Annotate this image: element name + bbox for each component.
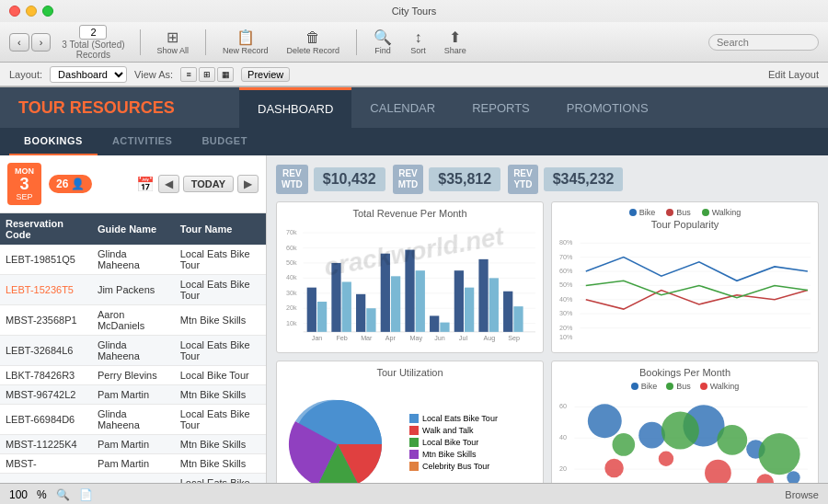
view-as-label: View As: [134, 69, 173, 80]
new-record-button[interactable]: 📋 New Record [217, 27, 274, 57]
table-row[interactable]: MBST- Pam Martin Mtn Bike Skills [0, 454, 266, 474]
svg-text:30k: 30k [286, 290, 297, 297]
svg-text:10%: 10% [559, 334, 573, 341]
delete-record-button[interactable]: 🗑 Delete Record [282, 28, 346, 57]
svg-point-73 [717, 425, 747, 455]
tab-calendar[interactable]: CALENDAR [351, 87, 454, 128]
month-name: SEP [15, 192, 34, 201]
edit-layout-button[interactable]: Edit Layout [768, 69, 819, 80]
svg-text:40: 40 [559, 434, 567, 441]
svg-text:30%: 30% [559, 310, 573, 317]
records-label: Records [76, 50, 110, 60]
util-label-3: Local Bike Tour [422, 438, 478, 447]
date-controls: 📅 ◀ TODAY ▶ [136, 175, 259, 193]
share-button[interactable]: ⬆ Share [439, 27, 472, 57]
booking-code: LEBT-19851Q5 [0, 245, 92, 275]
next-date-button[interactable]: ▶ [237, 175, 259, 193]
svg-point-77 [705, 460, 731, 483]
svg-rect-18 [342, 281, 351, 331]
calendar-icon[interactable]: 📅 [136, 176, 155, 193]
svg-text:60%: 60% [559, 268, 573, 275]
records-input[interactable] [79, 25, 107, 40]
legend-walking-label: Walking [712, 208, 742, 217]
layout-select[interactable]: Dashboard [50, 66, 127, 83]
find-button[interactable]: 🔍 Find [368, 27, 397, 57]
booking-guide: Jim Packens [92, 474, 175, 484]
booking-guide: Glinda Maheena [92, 336, 175, 366]
tab-reports[interactable]: REPORTS [454, 87, 548, 128]
grid-view-icon[interactable]: ▦ [217, 67, 234, 82]
booking-tour: Local Eats Bike Tour [175, 405, 266, 435]
table-row[interactable]: LEBT-15236T5 Jim Packens Local Eats Bike… [0, 275, 266, 305]
svg-rect-21 [381, 254, 390, 332]
table-row[interactable]: LEBT-66984D6 Glinda Maheena Local Eats B… [0, 405, 266, 435]
page-icon: 📄 [79, 488, 93, 501]
bookings-dot-walking [700, 383, 707, 390]
day-number: 3 [15, 176, 34, 192]
table-row[interactable]: LEBT-32684L6 Glinda Maheena Local Eats B… [0, 336, 266, 366]
utilization-legend: Local Eats Bike Tour Walk and Talk Local… [409, 414, 498, 474]
tab-promotions[interactable]: PROMOTIONS [548, 87, 667, 128]
sub-tab-activities[interactable]: ACTIVITIES [98, 128, 188, 155]
svg-rect-22 [391, 276, 400, 332]
date-box: MON 3 SEP [7, 163, 41, 205]
close-button[interactable] [9, 6, 20, 17]
svg-text:Jul: Jul [459, 335, 468, 342]
bookings-legend-bus: Bus [666, 382, 691, 391]
today-button[interactable]: TODAY [183, 176, 234, 192]
svg-rect-16 [317, 302, 327, 332]
list-view-icon[interactable]: ≡ [180, 67, 197, 82]
sub-tab-bookings[interactable]: BOOKINGS [9, 128, 98, 155]
utilization-chart: Tour Utilization [276, 361, 544, 483]
forward-button[interactable]: › [31, 33, 52, 52]
bookings-label-bus: Bus [676, 382, 691, 391]
find-label: Find [374, 46, 391, 55]
svg-text:70%: 70% [559, 254, 573, 261]
table-row[interactable]: LBKT-78426R3 Perry Blevins Local Bike To… [0, 366, 266, 385]
svg-text:May: May [410, 335, 423, 342]
prev-date-button[interactable]: ◀ [158, 175, 179, 193]
maximize-button[interactable] [42, 6, 53, 17]
util-legend-4: Mtn Bike Skills [409, 450, 498, 459]
back-button[interactable]: ‹ [9, 33, 29, 52]
util-color-2 [409, 426, 419, 435]
sort-button[interactable]: ↕ Sort [405, 28, 431, 57]
booking-tour: Mtn Bike Skills [175, 435, 266, 454]
minimize-button[interactable] [26, 6, 37, 17]
svg-rect-17 [331, 263, 340, 332]
layout-bar: Layout: Dashboard View As: ≡ ⊞ ▦ Preview… [0, 63, 828, 86]
util-color-4 [409, 450, 419, 459]
col-header-code: Reservation Code [0, 213, 92, 245]
booking-tour: Local Eats Bike Tour [175, 275, 266, 305]
util-label-1: Local Eats Bike Tour [422, 414, 498, 423]
bookings-legend-bike: Bike [631, 382, 658, 391]
util-color-1 [409, 414, 419, 423]
search-input[interactable] [708, 34, 819, 51]
sub-tab-budget[interactable]: BUDGET [187, 128, 261, 155]
table-row[interactable]: MBST-96742L2 Pam Martin Mtn Bike Skills [0, 385, 266, 405]
legend-bike-label: Bike [639, 208, 656, 217]
table-row[interactable]: LEBT-19851Q5 Glinda Maheena Local Eats B… [0, 245, 266, 275]
table-row[interactable]: LBKT-55621N1 Jim Packens Local Eats Bike… [0, 474, 266, 484]
revenue-chart-title: Total Revenue Per Month [282, 208, 537, 219]
show-all-button[interactable]: ⊞ Show All [152, 27, 195, 57]
share-icon: ⬆ [449, 29, 461, 46]
utilization-chart-title: Tour Utilization [282, 367, 537, 378]
booking-guide: Pam Martin [92, 454, 175, 474]
tab-dashboard[interactable]: DASHBOARD [239, 87, 351, 128]
sub-tabs: BOOKINGS ACTIVITIES BUDGET [0, 128, 828, 155]
bookings-label-bike: Bike [641, 382, 658, 391]
booking-guide: Glinda Maheena [92, 405, 175, 435]
stat-rev-wtd: REVWTD $10,432 [276, 165, 385, 194]
util-legend-2: Walk and Talk [409, 426, 498, 435]
booking-code: LBKT-78426R3 [0, 366, 92, 385]
preview-button[interactable]: Preview [241, 67, 290, 82]
table-view-icon[interactable]: ⊞ [199, 67, 215, 82]
guests-icon: 👤 [71, 178, 85, 190]
table-row[interactable]: MBST-11225K4 Pam Martin Mtn Bike Skills [0, 435, 266, 454]
util-color-3 [409, 438, 419, 447]
booking-guide: Pam Martin [92, 385, 175, 405]
table-row[interactable]: MBST-23568P1 Aaron McDaniels Mtn Bike Sk… [0, 305, 266, 336]
svg-text:60: 60 [559, 404, 567, 411]
booking-table: Reservation Code Guide Name Tour Name LE… [0, 213, 266, 483]
